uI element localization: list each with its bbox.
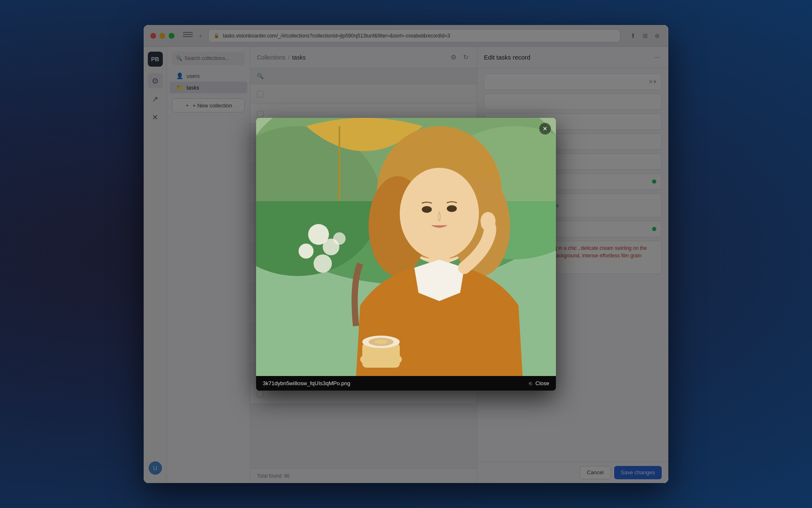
svg-point-7 (333, 232, 346, 245)
image-overlay: ✕ (144, 25, 668, 483)
image-external-link-icon: ⎋ (529, 380, 532, 386)
svg-point-16 (422, 206, 432, 213)
image-close-x-button[interactable]: ✕ (539, 123, 551, 134)
svg-point-6 (299, 244, 314, 259)
photo-svg (256, 118, 556, 376)
svg-point-24 (375, 340, 387, 344)
image-container: ✕ (256, 118, 556, 391)
svg-point-19 (481, 212, 496, 230)
svg-point-17 (447, 205, 457, 212)
image-display (256, 118, 556, 376)
image-overlay-content: ✕ (256, 118, 556, 391)
image-filename: 3k71dybn5wi8osw_fqUIs3qMPo.png (263, 380, 526, 386)
image-footer: 3k71dybn5wi8osw_fqUIs3qMPo.png ⎋ Close (256, 376, 556, 391)
svg-point-8 (314, 254, 332, 273)
image-close-footer-button[interactable]: Close (536, 380, 549, 386)
